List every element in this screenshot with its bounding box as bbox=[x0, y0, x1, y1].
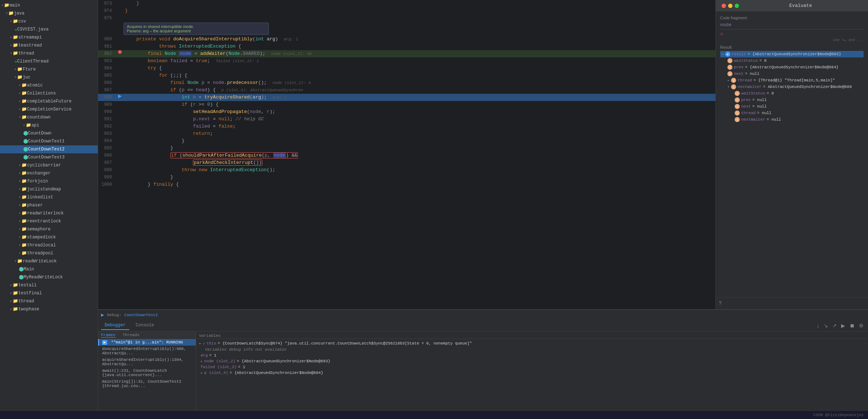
tree-item-stampedlock[interactable]: ▸ 📁 stampedlock bbox=[0, 233, 98, 241]
evaluate-panel: Evaluate Code fragment: node ⚠ Use ⌥↵ an… bbox=[715, 0, 868, 309]
tree-item-completionservice[interactable]: ▸ 📁 CompletionService bbox=[0, 105, 98, 113]
tree-label: api bbox=[31, 122, 39, 129]
tree-item-twophase[interactable]: ▸ 📁 twophase bbox=[0, 305, 98, 313]
tab-console[interactable]: Console bbox=[132, 321, 158, 330]
tree-item-countdowntest3[interactable]: ⬤ CountDownTest3 bbox=[0, 153, 98, 161]
var-item-this[interactable]: ▸ ✓ this = {CountDownLatch$Sync@674} "ja… bbox=[198, 341, 867, 347]
eval-code-input[interactable]: node bbox=[720, 22, 864, 29]
settings-button[interactable]: ⚙ bbox=[857, 322, 865, 329]
tree-item-teastread[interactable]: ▸ 📁 teastread bbox=[0, 41, 98, 49]
tree-item-semaphore[interactable]: ▸ 📁 semaphore bbox=[0, 225, 98, 233]
resume-button[interactable]: ▶ bbox=[840, 322, 847, 329]
tree-item-readwritelock2[interactable]: ▾ 📁 readWriteLock bbox=[0, 257, 98, 265]
tree-item-testall[interactable]: ▸ 📁 testall bbox=[0, 281, 98, 289]
result-tree-item-nextwaiter2[interactable]: i nextWaiter = null bbox=[720, 116, 864, 123]
tree-item-myreadwritelock[interactable]: ⬤ MyReadWriteLock bbox=[0, 273, 98, 281]
step-into-button[interactable]: ↘ bbox=[822, 322, 829, 329]
var-item-p[interactable]: ▸ p (slot_4) = {AbstractQueuedSynchroniz… bbox=[198, 370, 867, 376]
tree-item-api[interactable]: ▸ 📁 api bbox=[0, 121, 98, 129]
variables-header: Variables bbox=[198, 333, 867, 339]
tree-item-countdowntest1[interactable]: ⬤ CountDownTest1 bbox=[0, 137, 98, 145]
tree-item-threadlocal[interactable]: ▸ 📁 threadlocal bbox=[0, 241, 98, 249]
var-item-failed[interactable]: failed (slot_3) = 1 bbox=[198, 364, 867, 370]
tree-item-countdowntest2[interactable]: ⬤ CountDownTest2 bbox=[0, 145, 98, 153]
frame-item-4[interactable]: main(String[]):31, CountDownTest2 {threa… bbox=[98, 378, 196, 389]
tree-item-streamapi[interactable]: ▸ 📁 streamapi bbox=[0, 33, 98, 41]
tree-item-countdown[interactable]: ▾ 📁 countdown bbox=[0, 113, 98, 121]
result-tree-item-thread[interactable]: ▸ i thread = {Thread@1} "Thread[main,5,m… bbox=[720, 77, 864, 84]
tree-item-main[interactable]: ▾ 📁 main bbox=[0, 1, 98, 9]
result-tree-item-result[interactable]: ∞ ● result = {AbstractQueuedSynchronizer… bbox=[720, 51, 864, 57]
code-line-995: 995 } bbox=[98, 145, 715, 152]
line-content: failed = false; bbox=[124, 123, 715, 130]
tree-item-thread[interactable]: ▾ 📁 thread bbox=[0, 49, 98, 57]
tree-item-java[interactable]: ▾ 📁 java bbox=[0, 9, 98, 17]
tree-item-csv[interactable]: ▸ 📁 csv bbox=[0, 17, 98, 25]
line-gutter bbox=[116, 94, 124, 99]
line-content: throw new InterruptedException(); bbox=[124, 166, 715, 174]
tree-label: Fture bbox=[23, 66, 36, 73]
frame-item-2[interactable]: acquireSharedInterruptibly():1304, Abstr… bbox=[98, 356, 196, 367]
var-item-arg[interactable]: arg = 1 bbox=[198, 352, 867, 358]
result-tree-item-next2[interactable]: i next = null bbox=[720, 103, 864, 110]
debug-panel: ▶ Debug: CountDownTest2 Debugger Console… bbox=[98, 309, 868, 411]
tree-item-phaser[interactable]: ▸ 📁 phaser bbox=[0, 201, 98, 209]
result-tree-item-next[interactable]: i next = null bbox=[720, 70, 864, 77]
main-layout: ▾ 📁 main ▾ 📁 java ▸ 📁 csv ☕ CSVtEST.java… bbox=[0, 0, 868, 411]
tree-item-testfinal[interactable]: ▸ 📁 testfinal bbox=[0, 289, 98, 297]
arrow-icon: ▸ bbox=[10, 282, 12, 289]
result-tree-item-prev2[interactable]: i prev = null bbox=[720, 97, 864, 103]
type-icon: i bbox=[735, 117, 740, 122]
tree-item-maintest[interactable]: ⬤ Main bbox=[0, 265, 98, 273]
tree-item-completablefuture[interactable]: ▸ 📁 completableFuture bbox=[0, 97, 98, 105]
tab-debugger[interactable]: Debugger bbox=[101, 321, 129, 330]
tree-item-csvtest[interactable]: ☕ CSVtEST.java bbox=[0, 25, 98, 33]
tree-item-forkjoin[interactable]: ▸ 📁 forkjoin bbox=[0, 177, 98, 185]
var-name: this bbox=[207, 341, 216, 346]
line-number: 994 bbox=[98, 137, 116, 145]
result-tree-item-prev[interactable]: i prev = {AbstractQueuedSynchronizer$Nod… bbox=[720, 64, 864, 70]
threads-tab[interactable]: Threads bbox=[123, 333, 140, 338]
frame-item-1[interactable]: doAcquireSharedInterruptibly():988, Abst… bbox=[98, 346, 196, 356]
tree-item-atomic[interactable]: ▸ 📁 atomic bbox=[0, 81, 98, 89]
window-close-button[interactable] bbox=[722, 4, 726, 8]
var-name: prev bbox=[734, 65, 743, 69]
frame-item-main[interactable]: ▶ *"main"@1 in g...ain": RUNNING bbox=[98, 339, 196, 346]
tree-item-linkedlist[interactable]: ▸ 📁 linkedlist bbox=[0, 193, 98, 201]
stop-button[interactable]: ⏹ bbox=[848, 322, 856, 329]
help-icon[interactable]: ? bbox=[719, 301, 722, 306]
tree-item-fture[interactable]: ▸ 📁 Fture bbox=[0, 65, 98, 73]
tree-item-collections[interactable]: ▸ 📁 Collections bbox=[0, 89, 98, 97]
step-out-button[interactable]: ↗ bbox=[831, 322, 838, 329]
tree-item-exchanger[interactable]: ▸ 📁 exchanger bbox=[0, 169, 98, 177]
folder-icon: 📁 bbox=[21, 106, 27, 113]
var-name: p (slot_4) bbox=[204, 371, 228, 375]
step-over-button[interactable]: ↓ bbox=[815, 322, 821, 329]
tree-item-juc[interactable]: ▾ 📁 juc bbox=[0, 73, 98, 81]
code-line-992: 992 failed = false; bbox=[98, 123, 715, 130]
line-content: final Node p = node.predecessor(); node … bbox=[124, 79, 715, 86]
expand-icon: ▸ bbox=[201, 359, 203, 363]
window-minimize-button[interactable] bbox=[728, 4, 732, 8]
tree-item-clientthread[interactable]: ☕ ClientThread bbox=[0, 57, 98, 65]
frames-tab[interactable]: Frames bbox=[101, 333, 116, 338]
result-tree-item-ws2[interactable]: i waitStatus = 0 bbox=[720, 90, 864, 97]
result-tree-item-nextwaiter[interactable]: ▾ i nextWaiter = AbstractQueuedSynchroni… bbox=[720, 84, 864, 90]
frame-item-3[interactable]: await():231, CountDownLatch {java.util.c… bbox=[98, 367, 196, 378]
window-maximize-button[interactable] bbox=[735, 4, 739, 8]
result-tree-item-thread2[interactable]: i thread = null bbox=[720, 110, 864, 116]
expand-icon: ▸ bbox=[199, 341, 201, 346]
line-content: } bbox=[124, 145, 715, 152]
tree-item-cyclicbarrier[interactable]: ▸ 📁 cyclicbarrier bbox=[0, 161, 98, 169]
var-name: thread bbox=[741, 111, 756, 115]
tree-item-readwritelock[interactable]: ▸ 📁 readwriterlock bbox=[0, 209, 98, 217]
result-tree-item-waitstatus[interactable]: i waitStatus = 0 bbox=[720, 57, 864, 64]
tree-item-threadpool[interactable]: ▸ 📁 threadpool bbox=[0, 249, 98, 257]
tree-item-reentrantlock[interactable]: ▸ 📁 reentrantlock bbox=[0, 217, 98, 225]
var-item-node[interactable]: ▸ node (slot_2) = {AbstractQueuedSynchro… bbox=[198, 358, 867, 364]
arrow-icon: ▾ bbox=[10, 50, 12, 57]
arrow-icon: ▾ bbox=[1, 2, 3, 9]
tree-item-thread2[interactable]: ▸ 📁 thread bbox=[0, 297, 98, 305]
tree-item-countdownclass[interactable]: ⬤ CountDown bbox=[0, 129, 98, 137]
tree-item-juclistandmap[interactable]: ▸ 📁 juclistandmap bbox=[0, 185, 98, 193]
